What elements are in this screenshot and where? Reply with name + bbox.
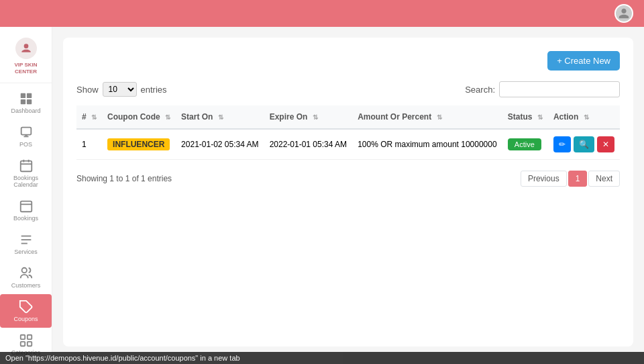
status-bar-text: Open "https://demopos.hivenue.id/public/… [5,354,240,362]
sidebar: VIP SKIN CENTER Dashboard POS Bookings C… [0,27,52,364]
col-num: # ⇅ [76,105,102,129]
svg-point-17 [21,268,26,273]
svg-rect-19 [20,335,24,339]
svg-rect-21 [27,342,31,346]
sidebar-item-coupons[interactable]: Coupons [0,294,52,328]
edit-button[interactable]: ✏ [553,136,571,152]
sidebar-item-customers[interactable]: Customers [0,261,52,294]
svg-point-0 [23,44,28,48]
sort-icon-start: ⇅ [218,113,223,121]
svg-rect-8 [20,161,32,172]
brand-name: VIP SKIN CENTER [3,62,49,75]
status-bar: Open "https://demopos.hivenue.id/public/… [0,352,644,364]
coupons-icon [19,300,34,314]
content-area: + Create New Show 10 25 50 100 entries S… [52,27,644,364]
cell-start-on: 2021-01-02 05:34 AM [176,129,264,160]
toolbar: + Create New [76,51,620,71]
svg-rect-4 [26,99,31,104]
status-badge: Active [508,138,541,150]
sidebar-item-label-bookings: Bookings [13,215,38,222]
delete-button[interactable]: ✕ [597,136,614,152]
data-table: # ⇅ Coupon Code ⇅ Start On ⇅ Expire On ⇅… [76,105,620,160]
sort-icon-action: ⇅ [584,113,589,121]
cell-action: ✏ 🔍 ✕ [548,129,620,160]
action-buttons: ✏ 🔍 ✕ [553,136,614,152]
sidebar-item-label-coupons: Coupons [13,316,38,322]
cell-coupon-code: INFLUENCER [102,129,176,160]
col-amount: Amount Or Percent ⇅ [352,105,502,129]
sidebar-item-pos[interactable]: POS [0,120,52,153]
cell-num: 1 [76,129,102,160]
svg-rect-6 [23,136,28,138]
pos-icon [19,125,34,140]
dashboard-icon [19,91,34,106]
show-entries: Show 10 25 50 100 entries [76,82,167,97]
entries-label: entries [141,85,167,95]
svg-rect-7 [25,135,28,136]
sidebar-item-label-bookings-calendar: Bookings Calendar [3,175,49,188]
page-card: + Create New Show 10 25 50 100 entries S… [63,38,633,347]
services-icon [19,232,34,247]
search-label: Search: [465,85,495,95]
svg-rect-20 [27,335,31,339]
sort-icon-expire: ⇅ [313,113,318,121]
sidebar-item-label-services: Services [14,248,38,255]
sort-icon-num: ⇅ [91,113,97,121]
bookings-icon [19,199,34,214]
user-avatar[interactable] [614,4,633,23]
sidebar-item-dashboard[interactable]: Dashboard [0,86,52,120]
cell-expire-on: 2022-01-01 05:34 AM [264,129,353,160]
page-1-button[interactable]: 1 [568,171,588,187]
svg-rect-1 [20,93,25,98]
col-coupon-code: Coupon Code ⇅ [102,105,176,129]
search-box: Search: [465,81,620,97]
sort-icon-coupon: ⇅ [165,113,170,121]
entries-select[interactable]: 10 25 50 100 [103,82,137,97]
cell-status: Active [502,129,548,160]
svg-rect-3 [20,99,25,104]
prev-button[interactable]: Previous [521,171,567,187]
sidebar-item-bookings-calendar[interactable]: Bookings Calendar [0,153,52,193]
sort-icon-amount: ⇅ [437,113,442,121]
main-layout: VIP SKIN CENTER Dashboard POS Bookings C… [0,27,644,364]
next-button[interactable]: Next [588,171,620,187]
table-header-row: # ⇅ Coupon Code ⇅ Start On ⇅ Expire On ⇅… [76,105,620,129]
col-expire-on: Expire On ⇅ [264,105,353,129]
categories-icon [19,333,34,348]
svg-rect-12 [20,201,32,212]
sidebar-item-services[interactable]: Services [0,227,52,261]
col-action: Action ⇅ [548,105,620,129]
customers-icon [19,266,34,281]
sidebar-brand: VIP SKIN CENTER [0,32,52,83]
brand-logo [15,38,37,59]
sidebar-item-label-pos: POS [19,141,32,148]
sidebar-item-label-dashboard: Dashboard [11,107,40,114]
top-bar [0,0,644,27]
coupon-badge: INFLUENCER [107,138,170,150]
view-button[interactable]: 🔍 [574,136,594,152]
table-row: 1 INFLUENCER 2021-01-02 05:34 AM 2022-01… [76,129,620,160]
create-new-button[interactable]: + Create New [547,51,620,71]
svg-rect-5 [21,128,31,135]
table-controls: Show 10 25 50 100 entries Search: [76,81,620,97]
pagination-info: Showing 1 to 1 of 1 entries [76,174,172,183]
calendar-icon [19,158,34,173]
col-start-on: Start On ⇅ [176,105,264,129]
show-label: Show [76,85,99,95]
pagination-buttons: Previous 1 Next [521,171,620,187]
svg-rect-2 [26,93,31,98]
col-status: Status ⇅ [502,105,548,129]
cell-amount: 100% OR maximum amount 10000000 [352,129,502,160]
search-input[interactable] [499,81,620,97]
pagination-area: Showing 1 to 1 of 1 entries Previous 1 N… [76,171,620,187]
sort-icon-status: ⇅ [537,113,543,121]
svg-rect-22 [20,342,24,346]
sidebar-item-bookings[interactable]: Bookings [0,193,52,227]
sidebar-item-label-customers: Customers [11,282,41,289]
